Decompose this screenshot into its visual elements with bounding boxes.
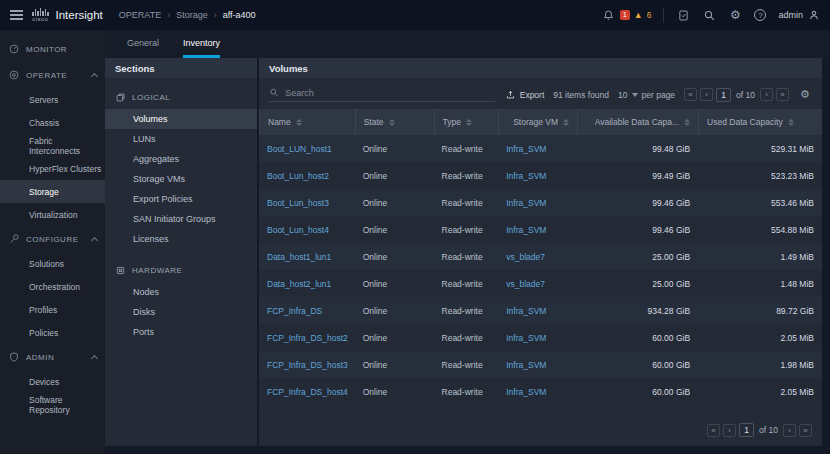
tasks-icon[interactable] [676,8,690,22]
storage-vm-link[interactable]: vs_blade7 [498,243,577,270]
sidebar-item[interactable]: Chassis [0,111,105,134]
sidebar-item[interactable]: Profiles [0,298,105,321]
table-row[interactable]: FCP_Infra_DS Online Read-write Infra_SVM… [259,297,822,324]
export-button[interactable]: Export [505,89,545,100]
sidebar-item[interactable]: Storage [0,180,105,203]
user-menu[interactable]: admin [778,9,820,21]
tree-group-logical[interactable]: LOGICAL [105,86,257,109]
breadcrumb-item[interactable]: Storage [167,10,208,20]
table-row[interactable]: FCP_Infra_DS_host3 Online Read-write Inf… [259,351,822,378]
sidebar-group-configure[interactable]: CONFIGURE [0,226,105,252]
section-item[interactable]: Export Policies [105,189,257,209]
prev-page-button[interactable]: ‹ [700,88,713,101]
table-settings-gear-icon[interactable]: ⚙ [798,88,812,102]
sidebar-item[interactable]: Servers [0,88,105,111]
section-item[interactable]: LUNs [105,129,257,149]
next-page-button[interactable]: › [760,88,773,101]
sidebar-item[interactable]: Policies [0,321,105,344]
sort-icon[interactable] [389,119,395,126]
prev-page-button[interactable]: ‹ [723,424,736,437]
sidebar-item[interactable]: Devices [0,370,105,393]
per-page-select[interactable]: 10 per page [618,90,675,100]
storage-vm-link[interactable]: Infra_SVM [498,216,577,243]
section-item[interactable]: SAN Initiator Groups [105,209,257,229]
sort-icon[interactable] [296,119,302,126]
sidebar-group-admin[interactable]: ADMIN [0,344,105,370]
table-row[interactable]: Data_host1_lun1 Online Read-write vs_bla… [259,243,822,270]
sort-icon[interactable] [684,119,690,126]
sort-icon[interactable] [466,119,472,126]
last-page-button[interactable]: » [776,88,789,101]
section-item[interactable]: Nodes [105,282,257,302]
column-header[interactable]: Type [434,109,499,135]
column-header[interactable]: State [355,109,434,135]
current-page[interactable]: 1 [739,423,754,437]
tree-group-hardware[interactable]: HARDWARE [105,259,257,282]
sidebar-item[interactable]: Software Repository [0,393,105,416]
volume-name-link[interactable]: Boot_Lun_host3 [259,189,355,216]
volume-name-link[interactable]: Data_host1_lun1 [259,243,355,270]
next-page-button[interactable]: › [783,424,796,437]
storage-vm-link[interactable]: Infra_SVM [498,378,577,405]
volume-name-link[interactable]: Data_host2_lun1 [259,270,355,297]
table-row[interactable]: Boot_Lun_host4 Online Read-write Infra_S… [259,216,822,243]
volume-name-link[interactable]: FCP_Infra_DS [259,297,355,324]
storage-vm-link[interactable]: Infra_SVM [498,162,577,189]
column-header[interactable]: Used Data Capacity [698,109,822,135]
table-row[interactable]: Boot_Lun_host2 Online Read-write Infra_S… [259,162,822,189]
sort-icon[interactable] [788,119,794,126]
section-item[interactable]: Storage VMs [105,169,257,189]
storage-vm-link[interactable]: Infra_SVM [498,135,577,162]
sidebar-item[interactable]: Orchestration [0,275,105,298]
storage-vm-link[interactable]: Infra_SVM [498,351,577,378]
sidebar-item-monitor[interactable]: MONITOR [0,36,105,62]
first-page-button[interactable]: « [684,88,697,101]
column-header[interactable]: Name [259,109,355,135]
breadcrumb-item[interactable]: OPERATE [119,10,161,20]
volume-name-link[interactable]: Boot_Lun_host2 [259,162,355,189]
tab[interactable]: Inventory [183,38,220,58]
search-box[interactable] [269,87,495,102]
column-header[interactable]: Available Data Capa... [577,109,698,135]
alarms-group[interactable]: 1 ▲ 6 [602,8,652,22]
sidebar-item[interactable]: Solutions [0,252,105,275]
section-item[interactable]: Disks [105,302,257,322]
section-item[interactable]: Volumes [105,109,257,129]
volume-name-link[interactable]: FCP_Infra_DS_host2 [259,324,355,351]
warning-alarm-count[interactable]: 6 [647,10,652,20]
volume-name-link[interactable]: FCP_Infra_DS_host3 [259,351,355,378]
settings-gear-icon[interactable]: ⚙ [728,8,742,22]
table-row[interactable]: FCP_Infra_DS_host4 Online Read-write Inf… [259,378,822,405]
breadcrumb-item[interactable]: aff-a400 [214,10,256,20]
table-row[interactable]: FCP_Infra_DS_host2 Online Read-write Inf… [259,324,822,351]
section-item[interactable]: Ports [105,322,257,342]
section-item[interactable]: Licenses [105,229,257,249]
sidebar-group-operate[interactable]: OPERATE [0,62,105,88]
storage-vm-link[interactable]: Infra_SVM [498,297,577,324]
volume-name-link[interactable]: Boot_Lun_host4 [259,216,355,243]
table-row[interactable]: Data_host2_lun1 Online Read-write vs_bla… [259,270,822,297]
first-page-button[interactable]: « [707,424,720,437]
sort-icon[interactable] [563,119,569,126]
volume-name-link[interactable]: FCP_Infra_DS_host4 [259,378,355,405]
current-page[interactable]: 1 [716,88,731,102]
last-page-button[interactable]: » [799,424,812,437]
tab[interactable]: General [127,38,159,58]
search-icon[interactable] [702,8,716,22]
storage-vm-link[interactable]: Infra_SVM [498,324,577,351]
volume-name-link[interactable]: Boot_LUN_host1 [259,135,355,162]
search-input[interactable] [285,88,495,98]
section-item[interactable]: Aggregates [105,149,257,169]
sidebar-item[interactable]: Fabric Interconnects [0,134,105,157]
menu-icon[interactable] [0,10,30,20]
table-row[interactable]: Boot_LUN_host1 Online Read-write Infra_S… [259,135,822,162]
help-icon[interactable]: ? [754,9,766,21]
bell-icon[interactable] [602,8,616,22]
critical-alarm-badge[interactable]: 1 [620,10,630,20]
column-header[interactable]: Storage VM [498,109,577,135]
table-row[interactable]: Boot_Lun_host3 Online Read-write Infra_S… [259,189,822,216]
storage-vm-link[interactable]: Infra_SVM [498,189,577,216]
sidebar-item[interactable]: Virtualization [0,203,105,226]
storage-vm-link[interactable]: vs_blade7 [498,270,577,297]
sidebar-item[interactable]: HyperFlex Clusters [0,157,105,180]
